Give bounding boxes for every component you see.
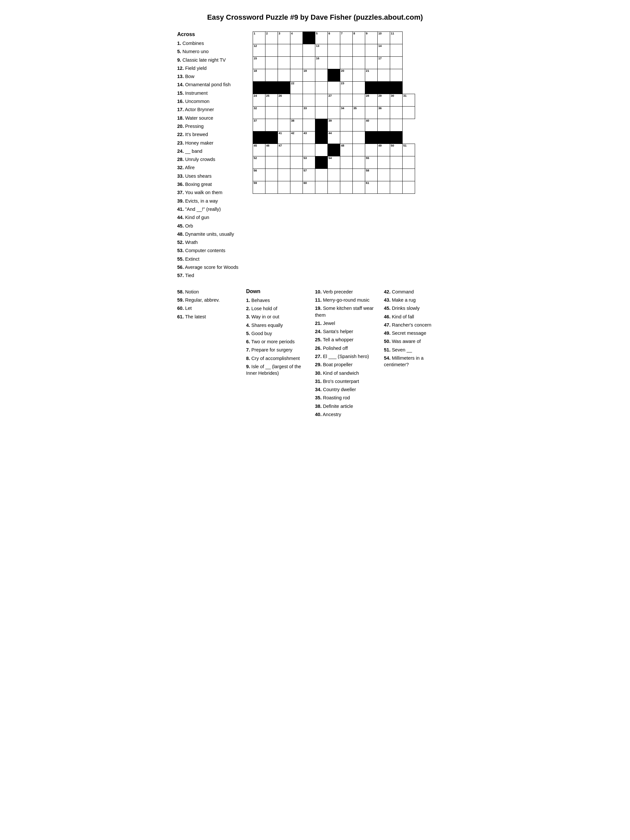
grid-cell: 58	[365, 169, 378, 181]
clue-item: 24. Santa's helper	[315, 328, 377, 335]
grid-cell	[266, 119, 278, 131]
grid-cell	[390, 57, 403, 69]
grid-cell	[278, 57, 290, 69]
clue-item: 41. "And __!" (really)	[177, 206, 243, 212]
grid-cell	[328, 82, 340, 94]
grid-cell	[290, 57, 303, 69]
clue-item: 31. Bro's counterpart	[315, 378, 377, 385]
grid-cell: 52	[253, 156, 266, 169]
grid-cell	[278, 69, 290, 82]
clue-item: 44. Kind of gun	[177, 214, 243, 221]
clue-item: 1. Combines	[177, 40, 243, 47]
grid-cell	[290, 144, 303, 156]
grid-cell	[303, 57, 315, 69]
grid-cell	[353, 169, 365, 181]
grid-cell: 1	[253, 32, 266, 44]
clue-item: 6. Two or more periods	[246, 338, 309, 345]
clue-item: 19. Some kitchen staff wear them	[315, 305, 377, 318]
clue-item: 56. Average score for Woods	[177, 264, 243, 270]
grid-cell	[365, 107, 378, 119]
grid-cell	[353, 82, 365, 94]
grid-cell: 35	[353, 107, 365, 119]
clue-item: 39. Evicts, in a way	[177, 198, 243, 204]
grid-cell	[390, 119, 403, 131]
grid-cell: 14	[378, 44, 390, 57]
clue-item: 61. The latest	[177, 313, 239, 320]
grid-cell: 19	[303, 69, 315, 82]
grid-cell	[340, 156, 353, 169]
grid-cell	[328, 57, 340, 69]
grid-cell	[378, 156, 390, 169]
grid-cell	[278, 107, 290, 119]
clue-item: 7. Prepare for surgery	[246, 347, 309, 353]
clue-item: 42. Command	[384, 289, 446, 295]
grid-cell	[266, 69, 278, 82]
grid-cell	[315, 169, 328, 181]
grid-cell	[266, 156, 278, 169]
clue-item: 21. Jewel	[315, 320, 377, 327]
grid-cell	[390, 131, 403, 144]
grid-cell: 32	[253, 107, 266, 119]
grid-cell	[266, 169, 278, 181]
clue-item: 16. Uncommon	[177, 98, 243, 104]
clue-item: 26. Polished off	[315, 345, 377, 352]
grid-cell	[278, 119, 290, 131]
grid-cell	[315, 82, 328, 94]
grid-cell	[253, 131, 266, 144]
grid-cell	[278, 156, 290, 169]
grid-cell: 49	[378, 144, 390, 156]
grid-cell: 12	[253, 44, 266, 57]
grid-cell: 47	[278, 144, 290, 156]
grid-cell: 39	[328, 119, 340, 131]
grid-cell	[315, 119, 328, 131]
clue-item: 10. Verb preceder	[315, 289, 377, 295]
down-clues-col3: 42. Command43. Make a rug45. Drinks slow…	[384, 289, 453, 420]
clue-item: 45. Drinks slowly	[384, 305, 446, 311]
grid-cell	[353, 57, 365, 69]
grid-cell	[315, 181, 328, 194]
grid-cell: 21	[365, 69, 378, 82]
clue-item: 59. Regular, abbrev.	[177, 297, 239, 303]
grid-cell: 24	[253, 94, 266, 107]
grid-cell	[315, 94, 328, 107]
grid-cell: 61	[365, 181, 378, 194]
clue-item: 43. Make a rug	[384, 297, 446, 303]
clue-item: 38. Definite article	[315, 403, 377, 409]
grid-cell	[290, 169, 303, 181]
grid-cell	[303, 119, 315, 131]
grid-cell	[328, 181, 340, 194]
clue-item: 27. El ___ (Spanish hero)	[315, 353, 377, 360]
grid-cell: 26	[278, 94, 290, 107]
clue-item: 9. Isle of __ (largest of the Inner Hebr…	[246, 363, 309, 377]
grid-cell	[303, 32, 315, 44]
clue-item: 54. Millimeters in a centimeter?	[384, 355, 446, 368]
clue-item: 53. Computer contents	[177, 247, 243, 254]
grid-cell	[340, 119, 353, 131]
grid-cell: 31	[403, 94, 415, 107]
grid-cell	[328, 169, 340, 181]
grid-cell	[365, 131, 378, 144]
grid-cell	[353, 69, 365, 82]
grid-cell	[353, 44, 365, 57]
across-clues-right: 58. Notion59. Regular, abbrev.60. Let61.…	[177, 289, 246, 420]
grid-cell	[353, 144, 365, 156]
clue-item: 58. Notion	[177, 289, 239, 295]
grid-cell	[353, 156, 365, 169]
grid-cell	[315, 156, 328, 169]
grid-cell: 27	[328, 94, 340, 107]
grid-cell: 54	[328, 156, 340, 169]
clue-item: 45. Orb	[177, 223, 243, 229]
grid-cell	[365, 44, 378, 57]
grid-cell	[340, 181, 353, 194]
grid-cell	[328, 44, 340, 57]
grid-cell: 5	[315, 32, 328, 44]
clue-item: 37. You walk on them	[177, 189, 243, 196]
grid-cell: 60	[303, 181, 315, 194]
grid-cell	[266, 57, 278, 69]
clue-item: 30. Kind of sandwich	[315, 370, 377, 376]
grid-cell: 51	[403, 144, 415, 156]
clue-item: 52. Wrath	[177, 239, 243, 246]
clue-item: 8. Cry of accomplishment	[246, 355, 309, 362]
grid-cell: 4	[290, 32, 303, 44]
clue-item: 11. Merry-go-round music	[315, 297, 377, 303]
